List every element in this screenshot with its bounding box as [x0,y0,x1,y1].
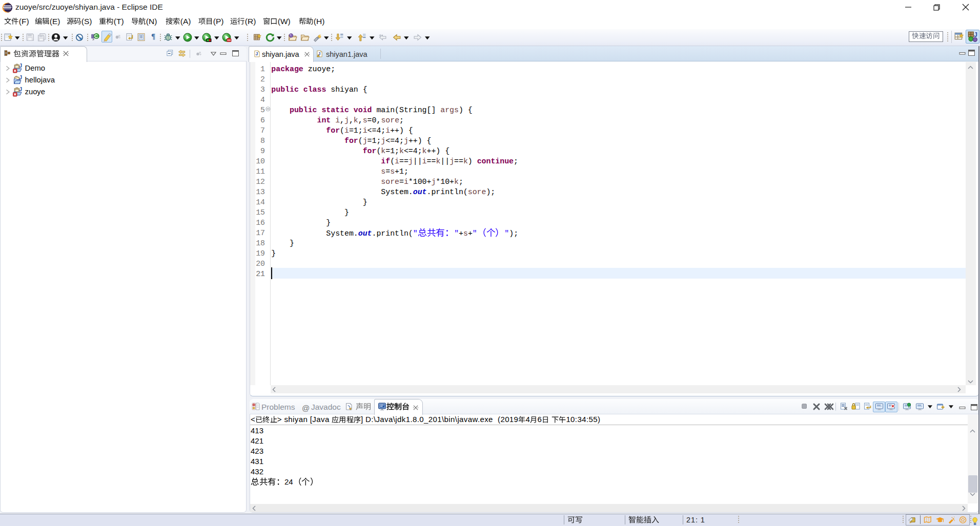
svg-text:J: J [19,62,22,69]
svg-text:J: J [19,74,22,80]
svg-text:J: J [256,51,258,56]
svg-text:J: J [19,86,22,92]
svg-text:J: J [974,31,977,38]
